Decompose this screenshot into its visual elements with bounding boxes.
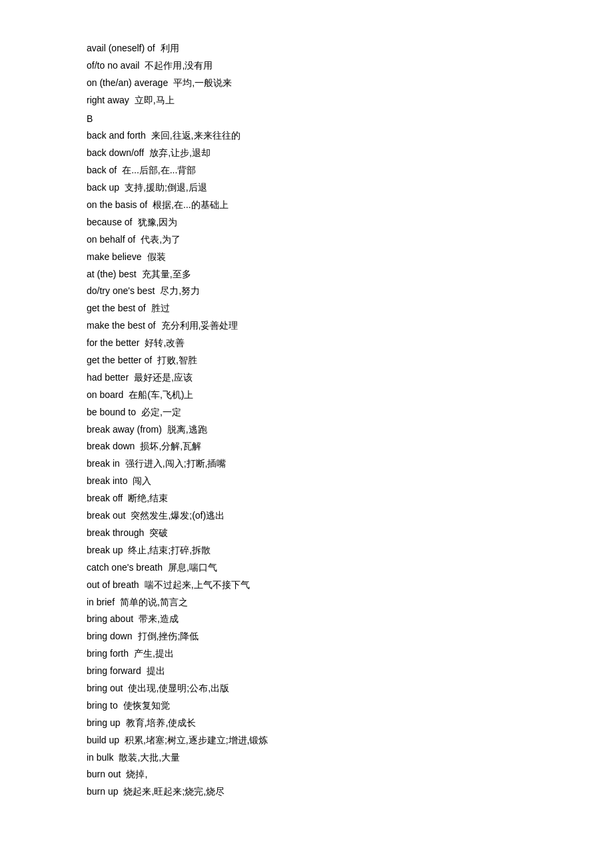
- phrase-line: break out突然发生,爆发;(of)逃出: [87, 507, 526, 525]
- phrase-translation: 好转,改善: [145, 337, 185, 348]
- phrase-translation: 损坏,分解,瓦解: [140, 441, 201, 451]
- phrase-translation: 简单的说,简言之: [120, 597, 188, 607]
- phrase-text: on (the/an) average: [87, 77, 168, 88]
- phrase-line: bring down打倒,挫伤;降低: [87, 628, 526, 645]
- phrase-line: because of犹豫,因为: [87, 214, 526, 231]
- phrase-text: break up: [87, 545, 123, 555]
- phrase-translation: 胜过: [151, 303, 170, 313]
- phrase-translation: 使出现,使显明;公布,出版: [128, 683, 229, 693]
- phrase-text: bring out: [87, 683, 123, 693]
- phrase-text: break off: [87, 493, 123, 503]
- phrase-text: right away: [87, 95, 129, 105]
- phrase-text: on behalf of: [87, 234, 135, 245]
- phrase-line: bring forth产生,提出: [87, 645, 526, 663]
- phrase-line: break away (from)脱离,逃跑: [87, 421, 526, 439]
- phrase-line: build up积累,堵塞;树立,逐步建立;增进,锻炼: [87, 732, 526, 749]
- phrase-text: break down: [87, 441, 135, 451]
- phrase-translation: 积累,堵塞;树立,逐步建立;增进,锻炼: [125, 735, 268, 745]
- phrase-translation: 放弃,让步,退却: [149, 147, 211, 158]
- phrase-line: right away立即,马上: [87, 92, 526, 109]
- phrase-line: for the better好转,改善: [87, 335, 526, 352]
- phrase-text: burn up: [87, 786, 118, 797]
- phrase-line: had better最好还是,应该: [87, 369, 526, 387]
- phrase-translation: 产生,提出: [134, 648, 174, 659]
- phrase-line: bring out使出现,使显明;公布,出版: [87, 680, 526, 697]
- phrase-translation: 突破: [149, 527, 168, 538]
- phrase-translation: 最好还是,应该: [134, 372, 193, 383]
- phrase-text: get the better of: [87, 355, 152, 365]
- phrase-translation: 散装,大批,大量: [119, 752, 180, 763]
- phrase-translation: 在...后部,在...背部: [122, 165, 196, 175]
- phrase-text: bring forward: [87, 665, 141, 676]
- phrase-text: had better: [87, 372, 129, 383]
- phrase-text: make believe: [87, 251, 142, 262]
- phrase-text: bring forth: [87, 648, 129, 659]
- phrase-line: break into闯入: [87, 473, 526, 490]
- phrase-text: on the basis of: [87, 199, 147, 210]
- phrase-text: do/try one's best: [87, 285, 155, 296]
- phrase-translation: 教育,培养,使成长: [126, 717, 197, 728]
- section-letter-B: B: [87, 111, 526, 128]
- phrase-text: back and forth: [87, 130, 146, 141]
- phrase-translation: 终止,结束;打碎,拆散: [128, 545, 211, 555]
- phrase-text: make the best of: [87, 320, 156, 331]
- phrase-text: break out: [87, 510, 125, 521]
- phrase-line: at (the) best充其量,至多: [87, 266, 526, 283]
- phrase-text: back of: [87, 165, 117, 175]
- phrase-line: in brief简单的说,简言之: [87, 594, 526, 611]
- phrase-translation: 烧掉,: [126, 769, 147, 779]
- phrase-translation: 不起作用,没有用: [145, 60, 213, 71]
- phrase-line: bring to使恢复知觉: [87, 697, 526, 715]
- phrase-text: on board: [87, 389, 123, 400]
- phrase-line: bring up教育,培养,使成长: [87, 715, 526, 732]
- phrase-translation: 打倒,挫伤;降低: [138, 631, 199, 641]
- phrase-text: bring to: [87, 700, 118, 711]
- phrase-line: be bound to必定,一定: [87, 404, 526, 421]
- phrase-translation: 带来,造成: [139, 613, 179, 624]
- phrase-translation: 平均,一般说来: [173, 77, 232, 88]
- phrase-text: in bulk: [87, 752, 113, 763]
- phrase-text: for the better: [87, 337, 139, 348]
- phrase-line: get the best of胜过: [87, 300, 526, 317]
- phrase-line: in bulk散装,大批,大量: [87, 749, 526, 767]
- phrase-line: catch one's breath屏息,喘口气: [87, 559, 526, 577]
- phrase-text: in brief: [87, 597, 115, 607]
- phrase-translation: 使恢复知觉: [123, 700, 170, 711]
- phrase-line: burn out烧掉,: [87, 766, 526, 783]
- phrase-line: do/try one's best尽力,努力: [87, 283, 526, 300]
- phrase-text: bring up: [87, 717, 121, 728]
- phrase-translation: 在船(车,飞机)上: [129, 389, 193, 400]
- phrase-text: out of breath: [87, 579, 139, 590]
- phrase-text: back down/off: [87, 147, 144, 158]
- content: avail (oneself) of利用of/to no avail不起作用,没…: [87, 40, 526, 801]
- phrase-translation: 充其量,至多: [142, 269, 191, 279]
- phrase-line: back down/off放弃,让步,退却: [87, 145, 526, 162]
- phrase-translation: 利用: [161, 43, 179, 53]
- phrase-line: back of在...后部,在...背部: [87, 162, 526, 179]
- phrase-line: break off断绝,结束: [87, 490, 526, 507]
- phrase-line: on (the/an) average平均,一般说来: [87, 75, 526, 92]
- phrase-translation: 充分利用,妥善处理: [161, 320, 239, 331]
- phrase-text: bring about: [87, 613, 133, 624]
- phrase-text: bring down: [87, 631, 133, 641]
- phrase-translation: 来回,往返,来来往往的: [151, 130, 241, 141]
- phrase-text: break through: [87, 527, 144, 538]
- phrase-text: get the best of: [87, 303, 146, 313]
- phrase-translation: 犹豫,因为: [138, 217, 178, 227]
- phrase-translation: 假装: [147, 251, 166, 262]
- phrase-line: bring about带来,造成: [87, 611, 526, 628]
- phrase-line: back up支持,援助;倒退,后退: [87, 179, 526, 197]
- phrase-translation: 必定,一定: [141, 407, 181, 417]
- phrase-translation: 代表,为了: [141, 234, 181, 245]
- phrase-translation: 烧起来,旺起来;烧完,烧尽: [123, 786, 225, 797]
- phrase-translation: 根据,在...的基础上: [153, 199, 229, 210]
- phrase-translation: 突然发生,爆发;(of)逃出: [131, 510, 225, 521]
- phrase-line: break up终止,结束;打碎,拆散: [87, 542, 526, 559]
- phrase-line: back and forth来回,往返,来来往往的: [87, 127, 526, 145]
- phrase-translation: 立即,马上: [135, 95, 175, 105]
- phrase-translation: 支持,援助;倒退,后退: [125, 182, 207, 193]
- phrase-text: be bound to: [87, 407, 136, 417]
- phrase-line: make the best of充分利用,妥善处理: [87, 317, 526, 335]
- phrase-text: because of: [87, 217, 133, 227]
- phrase-line: break through突破: [87, 525, 526, 542]
